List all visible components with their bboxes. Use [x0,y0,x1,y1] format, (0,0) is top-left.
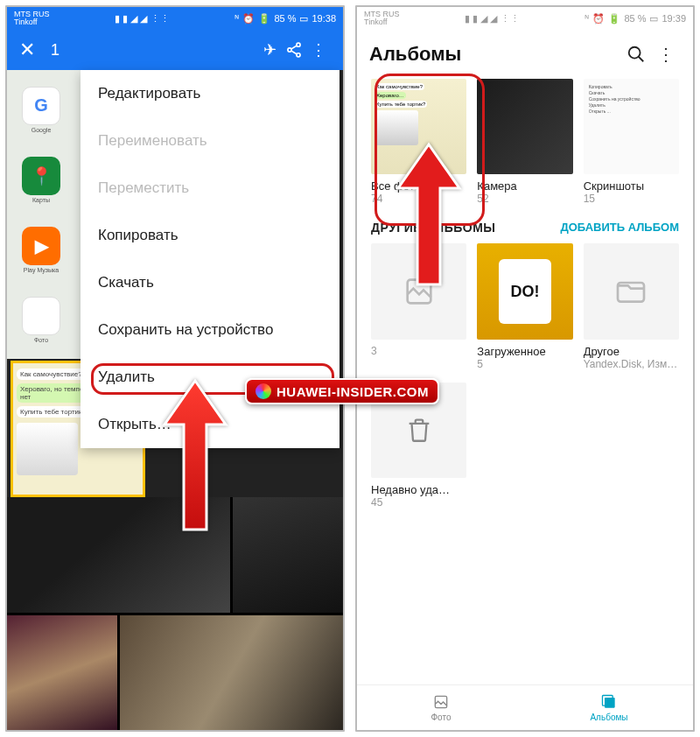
alarm-icon: ⏰ [592,13,605,25]
more-icon[interactable]: ⋮ [306,40,331,60]
photo-thumb[interactable] [120,615,343,731]
battery-pct: 85 % [624,13,646,24]
svg-point-3 [629,47,640,59]
photo-thumb[interactable] [7,615,117,731]
selection-count: 1 [51,41,257,60]
battery-icon: 🔋 [258,13,270,25]
photo-thumb[interactable] [233,497,343,613]
nfc-icon: ᴺ [584,13,589,25]
menu-rename[interactable]: Переименовать [80,117,340,165]
page-title: Альбомы [369,43,621,66]
annotation-arrow [156,376,234,534]
battery-pct: 85 % [274,13,296,24]
status-bar: MTS RUS Tinkoff ▮ ▮ ◢ ◢ ⋮⋮ ᴺ ⏰ 🔋 85 % ▭ … [7,7,343,30]
signal-icons: ▮ ▮ ◢ ◢ ⋮⋮ [465,13,519,25]
menu-move[interactable]: Переместить [80,165,340,212]
close-icon[interactable]: ✕ [19,39,35,61]
clock: 19:38 [312,13,336,24]
signal-icons: ▮ ▮ ◢ ◢ ⋮⋮ [115,13,169,25]
more-icon[interactable]: ⋮ [651,44,681,65]
nfc-icon: ᴺ [234,13,239,25]
huawei-logo-icon [256,383,271,399]
alarm-icon: ⏰ [242,13,255,25]
selection-toolbar: ✕ 1 ✈ ⋮ [7,30,343,70]
app-shortcuts: GGoogle 📍Карты ▶Play Музыка ✦Фото [7,70,86,359]
app-play-music[interactable]: ▶Play Музыка [7,215,75,284]
menu-edit[interactable]: Редактировать [80,70,340,117]
menu-copy[interactable]: Копировать [80,212,340,259]
annotation-arrow [389,140,468,289]
album-other[interactable]: Другое Yandex.Disk, Изм… [584,243,679,369]
add-album-button[interactable]: ДОБАВИТЬ АЛЬБОМ [560,221,679,235]
svg-rect-7 [605,698,615,708]
nav-photos[interactable]: Фото [357,685,525,730]
carrier-2: Tinkoff [14,18,50,26]
airplane-icon[interactable]: ✈ [257,40,282,60]
battery-icon: 🔋 [608,13,620,25]
album-downloaded[interactable]: DO! Загруженное 5 [477,243,572,369]
search-icon[interactable] [621,45,651,64]
status-bar: MTS RUS Tinkoff ▮ ▮ ◢ ◢ ⋮⋮ ᴺ ⏰ 🔋 85 % ▭ … [357,7,693,30]
battery-bar-icon: ▭ [299,13,308,25]
album-screenshots[interactable]: Копировать Скачать Сохранить на устройст… [584,79,679,205]
album-camera[interactable]: Камера 52 [477,79,572,205]
carrier-2: Tinkoff [364,18,400,26]
cat-image [17,423,78,475]
share-icon[interactable] [282,41,306,59]
clock: 19:39 [662,13,686,24]
app-google[interactable]: GGoogle [7,75,75,144]
battery-bar-icon: ▭ [649,13,658,25]
nav-albums[interactable]: Альбомы [525,685,693,730]
watermark: HUAWEI-INSIDER.COM [245,378,439,404]
gallery-header: Альбомы ⋮ [357,30,693,79]
app-maps[interactable]: 📍Карты [7,145,75,214]
bottom-nav: Фото Альбомы [357,684,693,730]
app-photos[interactable]: ✦Фото [7,285,75,354]
menu-download[interactable]: Скачать [80,259,340,306]
menu-save-to-device[interactable]: Сохранить на устройство [80,306,340,354]
